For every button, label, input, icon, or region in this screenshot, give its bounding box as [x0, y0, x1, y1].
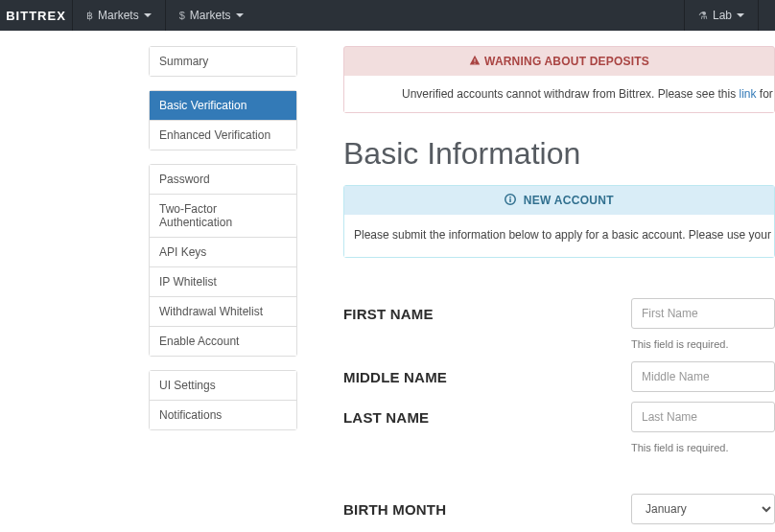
svg-rect-2 — [509, 197, 511, 198]
sidebar-item-ip-whitelist[interactable]: IP Whitelist — [150, 266, 296, 296]
svg-rect-1 — [509, 198, 511, 202]
nav-markets-usd[interactable]: $ Markets — [165, 0, 257, 31]
main-content: WARNING ABOUT DEPOSITS Unverified accoun… — [297, 46, 775, 532]
panel-body: Please submit the information below to a… — [344, 215, 774, 257]
dollar-icon: $ — [179, 10, 185, 21]
deposit-warning-alert: WARNING ABOUT DEPOSITS Unverified accoun… — [343, 46, 775, 113]
sidebar-item-enable-account[interactable]: Enable Account — [150, 326, 296, 356]
sidebar-item-withdrawal-whitelist[interactable]: Withdrawal Whitelist — [150, 296, 296, 326]
alert-title: WARNING ABOUT DEPOSITS — [344, 47, 774, 76]
warning-icon — [469, 55, 481, 66]
sidebar-group-summary: Summary — [149, 46, 297, 77]
sidebar-group-security: Password Two-Factor Authentication API K… — [149, 164, 297, 357]
basic-info-form: FIRST NAME This field is required. MIDDL… — [343, 298, 775, 532]
birth-month-label: BIRTH MONTH — [343, 501, 631, 518]
first-name-input[interactable] — [631, 298, 775, 329]
last-name-input[interactable] — [631, 402, 775, 432]
panel-title: NEW ACCOUNT — [344, 186, 774, 215]
sidebar-item-password[interactable]: Password — [150, 165, 296, 194]
sidebar-group-verification: Basic Verification Enhanced Verification — [149, 90, 297, 150]
nav-label: Markets — [190, 9, 231, 22]
top-navbar: BITTREX ฿ Markets $ Markets ⚗ Lab — [0, 0, 775, 31]
chevron-down-icon — [144, 13, 152, 17]
nav-label: Lab — [713, 9, 732, 22]
flask-icon: ⚗ — [698, 10, 708, 22]
sidebar-item-summary[interactable]: Summary — [150, 47, 296, 76]
sidebar-item-basic-verification[interactable]: Basic Verification — [150, 91, 296, 120]
sidebar-item-api-keys[interactable]: API Keys — [150, 237, 296, 266]
new-account-panel: NEW ACCOUNT Please submit the informatio… — [343, 185, 775, 258]
sidebar-item-two-factor[interactable]: Two-Factor Authentication — [150, 194, 296, 237]
middle-name-input[interactable] — [631, 361, 775, 392]
brand-logo[interactable]: BITTREX — [0, 0, 72, 31]
nav-label: Markets — [98, 9, 139, 22]
nav-lab[interactable]: ⚗ Lab — [684, 0, 758, 31]
info-icon — [505, 194, 516, 205]
sidebar-group-preferences: UI Settings Notifications — [149, 370, 297, 430]
nav-markets-btc[interactable]: ฿ Markets — [72, 0, 165, 31]
first-name-label: FIRST NAME — [343, 306, 631, 322]
birth-month-select[interactable]: January — [631, 494, 775, 524]
warning-link[interactable]: link — [740, 87, 757, 101]
sidebar-item-ui-settings[interactable]: UI Settings — [150, 371, 296, 400]
page-title: Basic Information — [343, 136, 775, 172]
settings-sidebar: Summary Basic Verification Enhanced Veri… — [0, 46, 297, 532]
first-name-help: This field is required. — [631, 338, 775, 350]
middle-name-label: MIDDLE NAME — [343, 369, 631, 385]
last-name-label: LAST NAME — [343, 409, 631, 426]
alert-body: Unverified accounts cannot withdraw from… — [344, 76, 774, 112]
chevron-down-icon — [737, 13, 744, 17]
nav-overflow[interactable] — [758, 0, 775, 31]
last-name-help: This field is required. — [631, 442, 775, 453]
sidebar-item-enhanced-verification[interactable]: Enhanced Verification — [150, 120, 296, 150]
btc-icon: ฿ — [86, 10, 93, 22]
sidebar-item-notifications[interactable]: Notifications — [150, 400, 296, 429]
chevron-down-icon — [236, 13, 244, 17]
